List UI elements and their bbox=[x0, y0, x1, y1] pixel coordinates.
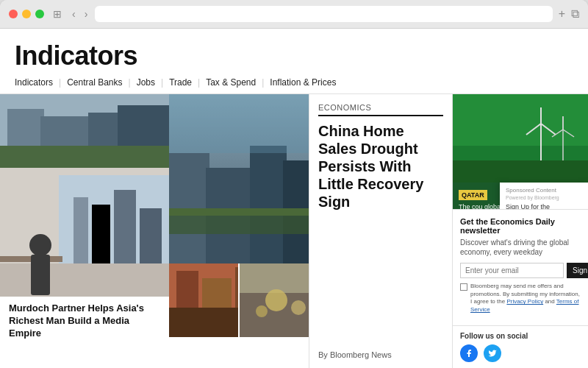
sponsored-sublabel: Powered by Bloomberg bbox=[506, 195, 582, 200]
nav-bar: Indicators | Central Banks | Jobs | Trad… bbox=[15, 77, 573, 88]
nav-jobs[interactable]: Jobs bbox=[137, 77, 161, 88]
svg-rect-38 bbox=[453, 94, 588, 146]
svg-point-34 bbox=[291, 300, 306, 315]
top-image bbox=[0, 94, 169, 168]
left-column: Murdoch Partner Helps Asia's Richest Man… bbox=[0, 94, 169, 368]
svg-point-35 bbox=[256, 305, 268, 317]
svg-rect-24 bbox=[169, 208, 309, 216]
svg-rect-16 bbox=[31, 255, 50, 295]
svg-rect-11 bbox=[114, 190, 136, 271]
nav-inflation[interactable]: Inflation & Prices bbox=[270, 77, 342, 88]
svg-point-33 bbox=[265, 289, 287, 311]
newsletter-title: Get the Economics Daily newsletter bbox=[460, 217, 581, 235]
sponsored-description: Sign Up for the Bloomberg Green Newslett… bbox=[506, 203, 582, 209]
svg-rect-25 bbox=[169, 94, 309, 153]
nav-tax-spend[interactable]: Tax & Spend bbox=[206, 77, 262, 88]
privacy-link[interactable]: Privacy Policy bbox=[506, 298, 543, 305]
page-header: Indicators Indicators | Central Banks | … bbox=[0, 29, 588, 94]
svg-rect-10 bbox=[92, 205, 110, 271]
svg-rect-21 bbox=[250, 146, 287, 263]
consent-row: Bloomberg may send me offers and promoti… bbox=[460, 283, 581, 314]
newsletter-description: Discover what's driving the global econo… bbox=[460, 238, 581, 257]
email-input[interactable] bbox=[460, 263, 564, 278]
middle-column bbox=[169, 94, 309, 368]
sponsored-overlay: Sponsored Content Powered by Bloomberg S… bbox=[500, 183, 588, 209]
qatar-logo: QATAR bbox=[459, 190, 487, 200]
articles-section: Murdoch Partner Helps Asia's Richest Man… bbox=[0, 94, 588, 368]
social-label: Follow us on social bbox=[460, 332, 581, 340]
bottom-image-2 bbox=[240, 263, 309, 337]
back-button[interactable]: ‹ bbox=[71, 7, 77, 21]
close-button[interactable] bbox=[9, 10, 18, 18]
bottom-image-1 bbox=[169, 263, 238, 337]
bottom-image bbox=[0, 168, 169, 297]
facebook-icon[interactable] bbox=[460, 344, 478, 362]
forward-button[interactable]: › bbox=[83, 7, 90, 21]
main-article-image bbox=[169, 94, 309, 263]
email-form: Sign Up bbox=[460, 263, 581, 278]
signup-button[interactable]: Sign Up bbox=[567, 263, 588, 278]
new-tab-icon[interactable]: + bbox=[559, 7, 565, 21]
svg-rect-13 bbox=[0, 263, 169, 297]
consent-checkbox[interactable] bbox=[460, 283, 467, 291]
ad-block: QATAR The cou global e Sponsored Content… bbox=[453, 94, 588, 209]
share-icon[interactable]: ⧉ bbox=[571, 7, 579, 21]
article-category: Economics bbox=[318, 103, 443, 116]
nav-central-banks[interactable]: Central Banks bbox=[67, 77, 128, 88]
side-article-title[interactable]: Murdoch Partner Helps Asia's Richest Man… bbox=[9, 302, 160, 340]
svg-point-15 bbox=[29, 234, 51, 256]
nav-trade[interactable]: Trade bbox=[169, 77, 198, 88]
minimize-button[interactable] bbox=[22, 10, 31, 18]
sidebar: QATAR The cou global e Sponsored Content… bbox=[452, 94, 588, 368]
sponsored-label: Sponsored Content bbox=[506, 187, 582, 194]
main-content: Murdoch Partner Helps Asia's Richest Man… bbox=[0, 94, 452, 368]
maximize-button[interactable] bbox=[35, 10, 44, 18]
articles-grid: Murdoch Partner Helps Asia's Richest Man… bbox=[0, 94, 452, 368]
article-byline: By Bloomberg News bbox=[318, 350, 443, 359]
twitter-icon[interactable] bbox=[484, 344, 501, 362]
ad-top-image bbox=[453, 94, 588, 183]
nav-indicators[interactable]: Indicators bbox=[15, 77, 59, 88]
page-content: Indicators Indicators | Central Banks | … bbox=[0, 29, 588, 368]
address-bar[interactable] bbox=[95, 6, 552, 22]
browser-window: ⊞ ‹ › + ⧉ Indicators Indicators | Centra… bbox=[0, 0, 588, 368]
svg-rect-9 bbox=[74, 197, 88, 271]
article-caption: Murdoch Partner Helps Asia's Richest Man… bbox=[0, 297, 169, 346]
article-title[interactable]: China Home Sales Drought Persists With L… bbox=[318, 122, 443, 210]
window-icon[interactable]: ⊞ bbox=[50, 7, 65, 21]
social-section: Follow us on social bbox=[453, 325, 588, 368]
right-article: Economics China Home Sales Drought Persi… bbox=[309, 94, 452, 368]
svg-rect-5 bbox=[0, 146, 169, 168]
social-icons bbox=[460, 344, 581, 362]
consent-text: Bloomberg may send me offers and promoti… bbox=[470, 283, 581, 314]
building-image-top bbox=[0, 94, 169, 168]
svg-rect-47 bbox=[453, 160, 588, 183]
newsletter-section: Get the Economics Daily newsletter Disco… bbox=[453, 209, 588, 325]
bottom-image-row bbox=[169, 263, 309, 337]
office-image bbox=[0, 168, 169, 297]
svg-rect-12 bbox=[140, 208, 162, 271]
traffic-lights bbox=[9, 10, 44, 18]
page-title: Indicators bbox=[15, 40, 573, 71]
svg-rect-30 bbox=[169, 308, 238, 337]
browser-toolbar: ⊞ ‹ › + ⧉ bbox=[0, 0, 588, 29]
